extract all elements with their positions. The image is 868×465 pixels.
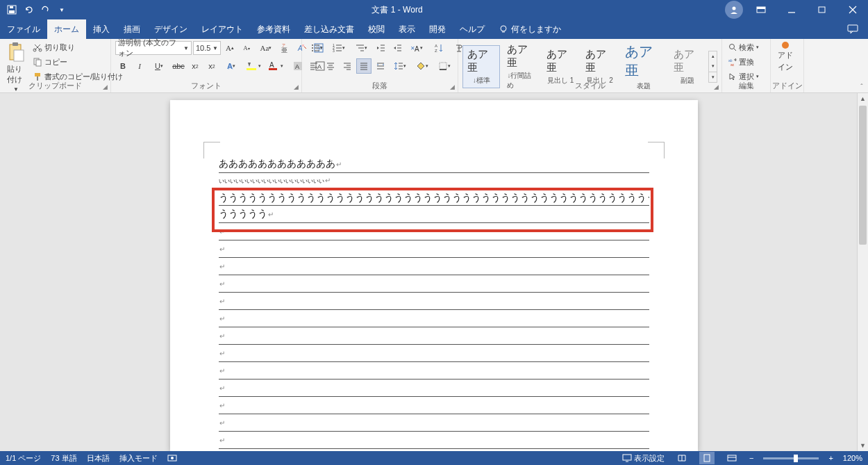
status-language[interactable]: 日本語 bbox=[87, 453, 110, 464]
tab-file[interactable]: ファイル bbox=[0, 19, 47, 39]
tell-me-search[interactable]: 何をしますか bbox=[492, 19, 561, 39]
multilevel-list-button[interactable]: ▾ bbox=[351, 40, 372, 56]
text-effects-button[interactable]: A▾ bbox=[221, 58, 242, 74]
empty-line[interactable] bbox=[219, 275, 649, 293]
tab-home[interactable]: ホーム bbox=[47, 19, 86, 39]
bold-button[interactable]: B bbox=[115, 58, 131, 74]
font-name-combo[interactable]: 游明朝 (本文のフォン▼ bbox=[115, 41, 192, 55]
tab-mailings[interactable]: 差し込み文書 bbox=[297, 19, 361, 39]
font-color-button[interactable]: A▾ bbox=[265, 58, 286, 74]
tab-insert[interactable]: 挿入 bbox=[86, 19, 117, 39]
zoom-out-button[interactable]: − bbox=[749, 454, 753, 462]
addins-button[interactable]: アド イン bbox=[775, 40, 796, 74]
svg-text:A: A bbox=[295, 63, 299, 70]
asian-layout-button[interactable]: ✕A▾ bbox=[406, 40, 427, 56]
empty-line[interactable] bbox=[219, 380, 649, 397]
align-right-button[interactable] bbox=[340, 58, 355, 74]
comments-button[interactable] bbox=[837, 19, 868, 39]
empty-line[interactable] bbox=[219, 345, 649, 362]
shrink-font-button[interactable]: A▾ bbox=[239, 40, 254, 56]
phonetic-guide-button[interactable]: ア亜 bbox=[278, 40, 293, 56]
scroll-thumb[interactable] bbox=[859, 106, 867, 245]
text-line-1[interactable]: ああああああああああああ bbox=[219, 156, 649, 173]
align-center-button[interactable] bbox=[323, 58, 338, 74]
empty-line[interactable] bbox=[219, 362, 649, 380]
font-size-combo[interactable]: 10.5▼ bbox=[193, 41, 221, 55]
styles-dialog-launcher[interactable]: ◢ bbox=[712, 83, 720, 91]
status-page[interactable]: 1/1 ページ bbox=[6, 453, 41, 464]
decrease-indent-button[interactable] bbox=[373, 40, 388, 56]
grow-font-button[interactable]: A▴ bbox=[222, 40, 237, 56]
empty-line[interactable] bbox=[219, 327, 649, 345]
sort-button[interactable]: AZ bbox=[428, 40, 449, 56]
ribbon-display-button[interactable] bbox=[746, 0, 776, 19]
group-font-label: フォント bbox=[111, 81, 301, 91]
monitor-icon bbox=[622, 454, 632, 462]
change-case-button[interactable]: Aa▾ bbox=[256, 40, 276, 56]
save-button[interactable] bbox=[4, 2, 19, 17]
undo-button[interactable] bbox=[21, 2, 36, 17]
zoom-slider-thumb[interactable] bbox=[794, 455, 798, 462]
scroll-up-button[interactable]: ▲ bbox=[858, 93, 868, 104]
vertical-scrollbar[interactable]: ▲ ▼ bbox=[857, 93, 868, 451]
empty-line[interactable] bbox=[219, 293, 649, 310]
macro-record-button[interactable] bbox=[167, 454, 177, 462]
tab-design[interactable]: デザイン bbox=[147, 19, 194, 39]
qat-customize-button[interactable]: ▼ bbox=[54, 2, 69, 17]
bullets-button[interactable]: ▾ bbox=[306, 40, 327, 56]
find-button[interactable]: 検索▾ bbox=[726, 40, 761, 54]
print-layout-button[interactable] bbox=[699, 452, 715, 464]
svg-rect-19 bbox=[36, 60, 41, 66]
svg-text:A: A bbox=[435, 44, 437, 48]
styles-gallery-expand[interactable]: ▴ ▾ ▾ bbox=[708, 51, 717, 83]
empty-line[interactable] bbox=[219, 414, 649, 432]
font-dialog-launcher[interactable]: ◢ bbox=[292, 83, 300, 91]
page[interactable]: ああああああああああああ いいいいいいいいいいいいいいいいいいい ううううううう… bbox=[170, 100, 698, 451]
strikethrough-button[interactable]: abc bbox=[171, 58, 186, 74]
highlight-button[interactable]: ▾ bbox=[243, 58, 264, 74]
tab-review[interactable]: 校閲 bbox=[361, 19, 392, 39]
underline-button[interactable]: U ▾ bbox=[149, 58, 169, 74]
display-settings-button[interactable]: 表示設定 bbox=[622, 453, 665, 464]
paragraph-dialog-launcher[interactable]: ◢ bbox=[448, 83, 456, 91]
tab-help[interactable]: ヘルプ bbox=[453, 19, 492, 39]
close-button[interactable] bbox=[837, 0, 868, 19]
increase-indent-button[interactable] bbox=[390, 40, 405, 56]
justify-button[interactable] bbox=[356, 58, 372, 74]
redo-button[interactable] bbox=[37, 2, 53, 17]
empty-line[interactable] bbox=[219, 397, 649, 414]
web-layout-button[interactable] bbox=[724, 452, 740, 464]
collapse-ribbon-button[interactable]: ˆ bbox=[857, 82, 867, 92]
empty-line[interactable] bbox=[219, 240, 649, 258]
zoom-level[interactable]: 120% bbox=[843, 454, 862, 462]
tab-draw[interactable]: 描画 bbox=[117, 19, 147, 39]
align-left-button[interactable] bbox=[306, 58, 322, 74]
numbering-button[interactable]: 123▾ bbox=[328, 40, 349, 56]
scroll-down-button[interactable]: ▼ bbox=[858, 440, 868, 451]
read-mode-button[interactable] bbox=[674, 452, 690, 464]
minimize-button[interactable] bbox=[776, 0, 807, 19]
tab-view[interactable]: 表示 bbox=[392, 19, 422, 39]
empty-line[interactable] bbox=[219, 432, 649, 449]
italic-button[interactable]: I bbox=[132, 58, 147, 74]
shading-button[interactable]: ▾ bbox=[412, 58, 433, 74]
replace-button[interactable]: abac置換 bbox=[726, 55, 761, 69]
tab-references[interactable]: 参考資料 bbox=[250, 19, 297, 39]
lightbulb-icon bbox=[499, 24, 508, 34]
line-spacing-button[interactable]: ▾ bbox=[390, 58, 410, 74]
status-word-count[interactable]: 73 単語 bbox=[51, 453, 76, 464]
zoom-in-button[interactable]: + bbox=[828, 454, 833, 462]
tab-layout[interactable]: レイアウト bbox=[194, 19, 250, 39]
borders-button[interactable]: ▾ bbox=[434, 58, 455, 74]
empty-line[interactable] bbox=[219, 310, 649, 327]
distribute-button[interactable] bbox=[373, 58, 388, 74]
zoom-slider[interactable] bbox=[763, 457, 819, 459]
subscript-button[interactable]: x2 bbox=[187, 58, 203, 74]
empty-line[interactable] bbox=[219, 258, 649, 275]
status-insert-mode[interactable]: 挿入モード bbox=[119, 453, 158, 464]
clipboard-dialog-launcher[interactable]: ◢ bbox=[101, 83, 109, 91]
maximize-button[interactable] bbox=[807, 0, 837, 19]
tab-developer[interactable]: 開発 bbox=[422, 19, 453, 39]
superscript-button[interactable]: x2 bbox=[204, 58, 219, 74]
account-button[interactable] bbox=[725, 1, 743, 19]
